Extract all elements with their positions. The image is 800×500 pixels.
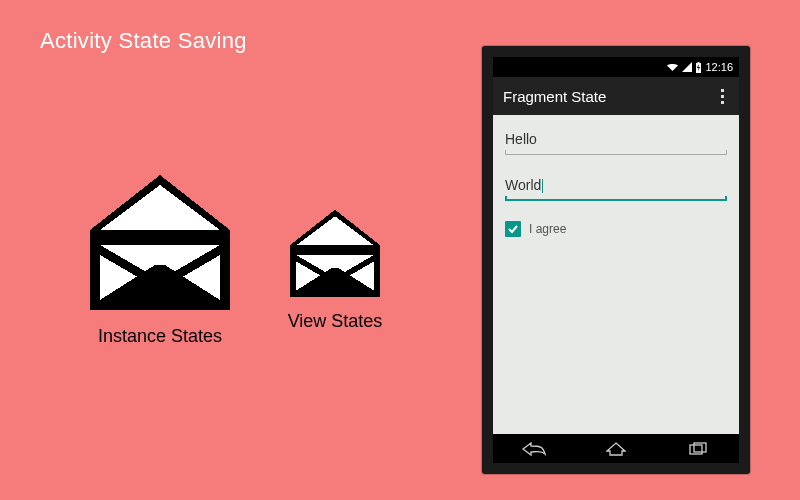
signal-icon xyxy=(682,62,692,72)
status-time: 12:16 xyxy=(705,61,733,73)
svg-rect-8 xyxy=(290,245,296,297)
phone-screen: 12:16 Fragment State Hello World I agree xyxy=(493,57,739,434)
page-title: Activity State Saving xyxy=(40,28,247,54)
svg-rect-12 xyxy=(698,62,700,63)
text-field-2-value: World xyxy=(505,175,727,197)
svg-rect-3 xyxy=(90,230,100,310)
phone-mockup: 12:16 Fragment State Hello World I agree xyxy=(482,46,750,474)
svg-rect-7 xyxy=(290,245,381,255)
text-cursor-icon xyxy=(542,179,543,193)
status-bar: 12:16 xyxy=(493,57,739,77)
nav-bar xyxy=(493,434,739,463)
actionbar-title: Fragment State xyxy=(503,88,606,105)
svg-rect-9 xyxy=(374,245,380,297)
svg-rect-2 xyxy=(90,230,230,245)
screen-content: Hello World I agree xyxy=(493,115,739,237)
home-button[interactable] xyxy=(601,440,631,458)
view-states-label: View States xyxy=(275,311,395,332)
envelope-icon xyxy=(275,205,395,305)
instance-states-group: Instance States xyxy=(70,170,250,347)
text-field-1[interactable]: Hello xyxy=(505,129,727,155)
back-button[interactable] xyxy=(519,440,549,458)
envelope-icon xyxy=(70,170,250,320)
instance-states-label: Instance States xyxy=(70,326,250,347)
overflow-menu-icon[interactable] xyxy=(715,85,729,107)
agree-checkbox-row[interactable]: I agree xyxy=(505,221,727,237)
battery-icon xyxy=(695,62,702,73)
view-states-group: View States xyxy=(275,205,395,332)
checkbox-checked-icon xyxy=(505,221,521,237)
text-field-2[interactable]: World xyxy=(505,175,727,201)
recents-button[interactable] xyxy=(683,440,713,458)
svg-rect-4 xyxy=(220,230,230,310)
agree-checkbox-label: I agree xyxy=(529,222,566,236)
wifi-icon xyxy=(666,62,679,72)
text-field-1-value: Hello xyxy=(505,129,727,151)
action-bar: Fragment State xyxy=(493,77,739,115)
